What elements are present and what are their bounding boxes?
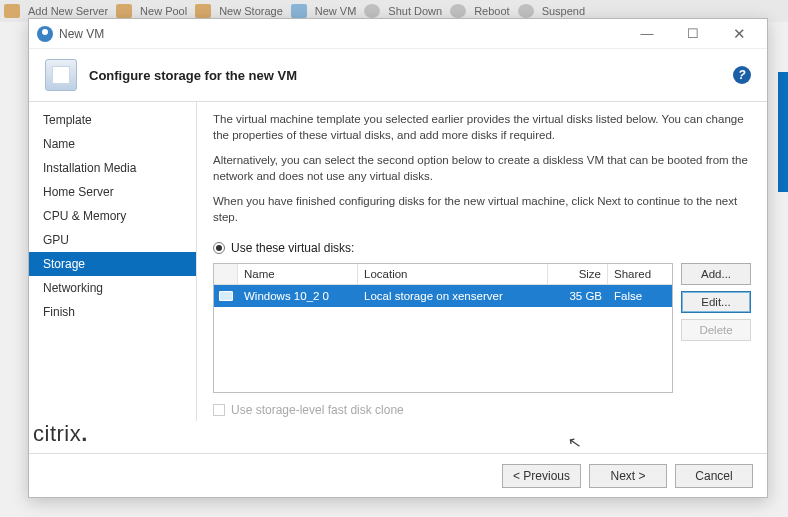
sidebar-item-finish[interactable]: Finish xyxy=(29,300,196,324)
wizard-header: Configure storage for the new VM ? xyxy=(29,49,767,102)
sidebar-item-home-server[interactable]: Home Server xyxy=(29,180,196,204)
radio-icon xyxy=(213,242,225,254)
add-disk-button[interactable]: Add... xyxy=(681,263,751,285)
page-heading: Configure storage for the new VM xyxy=(89,68,721,83)
checkbox-icon xyxy=(213,404,225,416)
edit-disk-button[interactable]: Edit... xyxy=(681,291,751,313)
sidebar-item-networking[interactable]: Networking xyxy=(29,276,196,300)
sidebar-item-name[interactable]: Name xyxy=(29,132,196,156)
delete-disk-button: Delete xyxy=(681,319,751,341)
previous-button[interactable]: < Previous xyxy=(502,464,581,488)
maximize-button[interactable]: ☐ xyxy=(673,20,713,48)
radio-use-virtual-disks[interactable]: Use these virtual disks: xyxy=(213,241,751,255)
content-area: The virtual machine template you selecte… xyxy=(197,102,767,421)
citrix-brand: citrix. xyxy=(29,421,92,453)
background-highlight xyxy=(778,72,788,192)
minimize-button[interactable]: ― xyxy=(627,20,667,48)
sidebar-item-installation-media[interactable]: Installation Media xyxy=(29,156,196,180)
cell-location: Local storage on xenserver xyxy=(358,290,548,302)
wizard-sidebar: Template Name Installation Media Home Se… xyxy=(29,102,197,421)
grid-header: Name Location Size Shared xyxy=(214,264,672,285)
cancel-button[interactable]: Cancel xyxy=(675,464,753,488)
fast-clone-label: Use storage-level fast disk clone xyxy=(231,403,404,417)
window-title: New VM xyxy=(59,27,621,41)
disk-action-buttons: Add... Edit... Delete xyxy=(681,263,751,393)
col-header-location[interactable]: Location xyxy=(358,264,548,284)
cell-size: 35 GB xyxy=(548,290,608,302)
sidebar-item-cpu-memory[interactable]: CPU & Memory xyxy=(29,204,196,228)
intro-paragraph-3: When you have finished configuring disks… xyxy=(213,194,751,225)
new-vm-dialog: New VM ― ☐ ✕ Configure storage for the n… xyxy=(28,18,768,498)
intro-paragraph-2: Alternatively, you can select the second… xyxy=(213,153,751,184)
col-header-shared[interactable]: Shared xyxy=(608,264,672,284)
app-icon xyxy=(37,26,53,42)
radio-use-disks-label: Use these virtual disks: xyxy=(231,241,354,255)
cell-shared: False xyxy=(608,290,672,302)
table-row[interactable]: Windows 10_2 0 Local storage on xenserve… xyxy=(214,285,672,307)
sidebar-item-gpu[interactable]: GPU xyxy=(29,228,196,252)
cell-name: Windows 10_2 0 xyxy=(238,290,358,302)
virtual-disks-grid[interactable]: Name Location Size Shared Windows 10_2 0… xyxy=(213,263,673,393)
next-button[interactable]: Next > xyxy=(589,464,667,488)
close-button[interactable]: ✕ xyxy=(719,20,759,48)
col-header-size[interactable]: Size xyxy=(548,264,608,284)
storage-wizard-icon xyxy=(45,59,77,91)
grid-corner xyxy=(214,264,238,284)
sidebar-item-storage[interactable]: Storage xyxy=(29,252,196,276)
checkbox-fast-disk-clone: Use storage-level fast disk clone xyxy=(213,403,751,417)
col-header-name[interactable]: Name xyxy=(238,264,358,284)
sidebar-item-template[interactable]: Template xyxy=(29,108,196,132)
title-bar: New VM ― ☐ ✕ xyxy=(29,19,767,49)
disk-icon xyxy=(214,291,238,301)
wizard-footer: < Previous Next > Cancel xyxy=(29,453,767,497)
intro-paragraph-1: The virtual machine template you selecte… xyxy=(213,112,751,143)
help-icon[interactable]: ? xyxy=(733,66,751,84)
